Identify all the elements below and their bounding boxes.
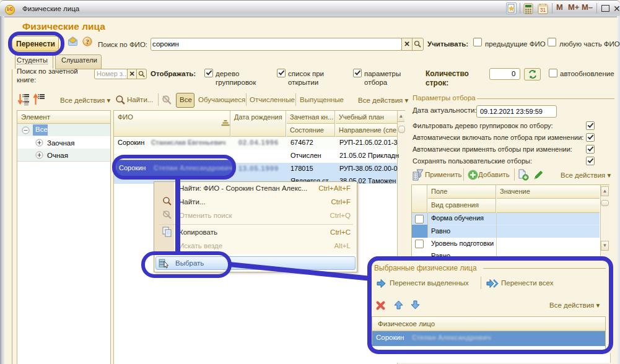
svg-text:?: ? [85,38,89,45]
svg-text:31: 31 [540,7,546,13]
